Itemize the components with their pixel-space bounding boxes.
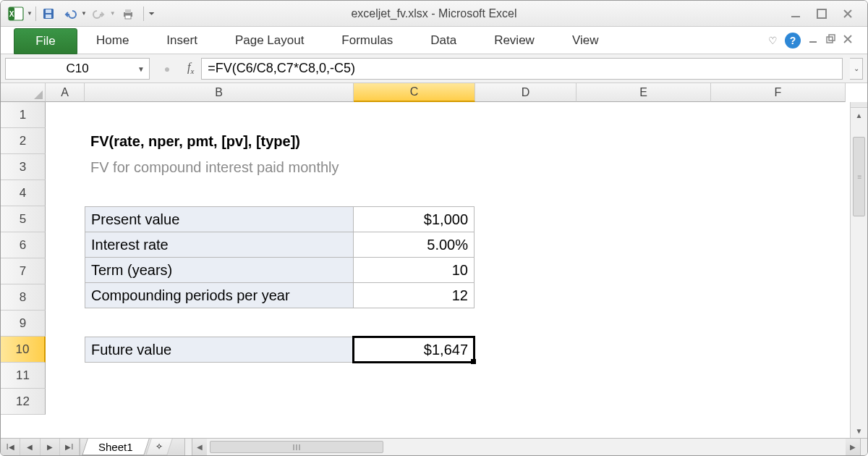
cell-b3[interactable]: FV for compound interest paid monthly xyxy=(85,154,345,180)
help-button[interactable]: ? xyxy=(785,33,801,48)
row-headers: 1 2 3 4 5 6 7 8 9 10 11 12 xyxy=(1,102,46,438)
row-header-8[interactable]: 8 xyxy=(1,284,46,311)
formula-input[interactable]: =FV(C6/C8,C7*C8,0,-C5) xyxy=(201,58,843,80)
svg-rect-10 xyxy=(817,9,826,18)
horizontal-split-handle[interactable] xyxy=(860,439,867,455)
tab-formulas[interactable]: Formulas xyxy=(323,27,412,54)
scroll-left-button[interactable]: ◀ xyxy=(192,443,207,451)
horizontal-scrollbar[interactable]: ◀ ▶ xyxy=(184,439,867,455)
cell-c8[interactable]: 12 xyxy=(353,282,475,308)
sheet-prev-button[interactable]: ◀ xyxy=(20,439,40,455)
sheet-next-button[interactable]: ▶ xyxy=(41,439,60,455)
tab-insert[interactable]: Insert xyxy=(148,27,216,54)
svg-rect-13 xyxy=(829,35,835,41)
select-all-button[interactable] xyxy=(1,83,46,102)
minimize-button[interactable] xyxy=(789,7,802,20)
cell-b8[interactable]: Compounding periods per year xyxy=(85,282,354,308)
sheet-tab-active[interactable]: Sheet1 xyxy=(82,439,149,455)
col-header-b[interactable]: B xyxy=(85,83,354,102)
sheet-nav: I◀ ◀ ▶ ▶I xyxy=(1,439,80,455)
horizontal-scroll-thumb[interactable] xyxy=(210,441,383,453)
tab-home[interactable]: Home xyxy=(77,27,148,54)
row-header-2[interactable]: 2 xyxy=(1,128,46,154)
horizontal-scroll-track[interactable] xyxy=(207,439,846,455)
col-header-f[interactable]: F xyxy=(711,83,846,102)
row-header-9[interactable]: 9 xyxy=(1,311,46,337)
row-header-10[interactable]: 10 xyxy=(1,337,46,363)
tab-view[interactable]: View xyxy=(553,27,618,54)
file-tab[interactable]: File xyxy=(14,28,77,54)
svg-rect-8 xyxy=(125,15,131,19)
cell-c6[interactable]: 5.00% xyxy=(353,232,475,258)
excel-logo: X xyxy=(7,4,25,23)
print-button[interactable] xyxy=(119,4,137,23)
tab-review[interactable]: Review xyxy=(475,27,553,54)
workbook-minimize-button[interactable] xyxy=(808,34,818,46)
name-box[interactable]: C10 ▼ xyxy=(5,58,150,80)
fx-cancel-icon[interactable]: ● xyxy=(154,63,180,75)
scroll-right-button[interactable]: ▶ xyxy=(846,443,860,451)
cell-c5[interactable]: $1,000 xyxy=(353,206,475,232)
col-header-e[interactable]: E xyxy=(576,83,711,102)
sheet-tab-bar: I◀ ◀ ▶ ▶I Sheet1 ✧ ◀ ▶ xyxy=(1,438,867,455)
row-header-7[interactable]: 7 xyxy=(1,258,46,284)
spreadsheet-grid: A B C D E F 1 2 3 4 5 6 7 8 9 10 11 12 F… xyxy=(1,83,867,438)
svg-rect-9 xyxy=(791,16,800,17)
maximize-button[interactable] xyxy=(815,7,828,20)
redo-button[interactable] xyxy=(90,4,109,23)
workbook-restore-button[interactable] xyxy=(825,34,835,46)
undo-button[interactable] xyxy=(61,4,80,23)
redo-dropdown-icon[interactable]: ▼ xyxy=(110,10,116,17)
vertical-scroll-thumb[interactable]: ≡ xyxy=(853,137,865,216)
save-button[interactable] xyxy=(39,4,58,23)
qat-separator xyxy=(35,7,36,21)
cell-b7[interactable]: Term (years) xyxy=(85,257,354,283)
col-header-c[interactable]: C xyxy=(354,83,475,102)
insert-sheet-button[interactable]: ✧ xyxy=(145,439,172,455)
column-headers: A B C D E F xyxy=(1,83,867,102)
ribbon: File Home Insert Page Layout Formulas Da… xyxy=(1,27,867,54)
vertical-scroll-track[interactable]: ≡ xyxy=(851,122,867,423)
insert-sheet-icon: ✧ xyxy=(156,442,163,452)
undo-dropdown-icon[interactable]: ▼ xyxy=(81,10,87,17)
svg-rect-4 xyxy=(46,9,51,13)
ribbon-minimize-icon[interactable]: ♡ xyxy=(768,35,778,46)
vertical-scrollbar[interactable]: ▲ ≡ ▼ xyxy=(850,102,867,438)
quick-access-toolbar: ▼ ▼ ⏷ xyxy=(39,4,156,23)
tab-split-handle[interactable] xyxy=(185,439,192,455)
name-box-dropdown-icon[interactable]: ▼ xyxy=(137,64,145,72)
sheet-tab-label: Sheet1 xyxy=(98,441,133,453)
sheet-first-button[interactable]: I◀ xyxy=(1,439,20,455)
svg-rect-11 xyxy=(809,41,817,43)
cell-b6[interactable]: Interest rate xyxy=(85,232,354,258)
vertical-split-handle[interactable] xyxy=(851,102,867,108)
row-header-4[interactable]: 4 xyxy=(1,180,46,206)
row-header-3[interactable]: 3 xyxy=(1,154,46,180)
cell-b10[interactable]: Future value xyxy=(85,337,354,363)
row-header-12[interactable]: 12 xyxy=(1,389,46,415)
tab-data[interactable]: Data xyxy=(412,27,475,54)
workbook-close-button[interactable] xyxy=(843,34,853,46)
col-header-d[interactable]: D xyxy=(475,83,576,102)
row-header-11[interactable]: 11 xyxy=(1,363,46,389)
fx-icon[interactable]: fx xyxy=(187,61,194,75)
close-button[interactable] xyxy=(841,7,854,20)
cell-b5[interactable]: Present value xyxy=(85,206,354,232)
row-header-1[interactable]: 1 xyxy=(1,102,46,128)
titlebar: X ▼ ▼ ▼ ⏷ exceljet_fv.xlsx - Microsoft E… xyxy=(1,1,867,27)
col-header-a[interactable]: A xyxy=(46,83,85,102)
cells-area[interactable]: FV(rate, nper, pmt, [pv], [type]) FV for… xyxy=(46,102,867,438)
sheet-last-button[interactable]: ▶I xyxy=(60,439,80,455)
scroll-up-button[interactable]: ▲ xyxy=(856,108,863,122)
tab-page-layout[interactable]: Page Layout xyxy=(216,27,323,54)
qat-customize-icon[interactable]: ⏷ xyxy=(148,9,156,17)
cell-c10[interactable]: $1,647 xyxy=(353,337,475,363)
row-header-5[interactable]: 5 xyxy=(1,206,46,232)
logo-dropdown-icon[interactable]: ▼ xyxy=(27,10,33,17)
row-header-6[interactable]: 6 xyxy=(1,232,46,258)
cell-c7[interactable]: 10 xyxy=(353,257,475,283)
formula-bar-expand-button[interactable]: ⌄ xyxy=(850,58,863,80)
cell-b2[interactable]: FV(rate, nper, pmt, [pv], [type]) xyxy=(85,128,306,154)
svg-rect-12 xyxy=(827,37,833,43)
scroll-down-button[interactable]: ▼ xyxy=(856,423,863,438)
